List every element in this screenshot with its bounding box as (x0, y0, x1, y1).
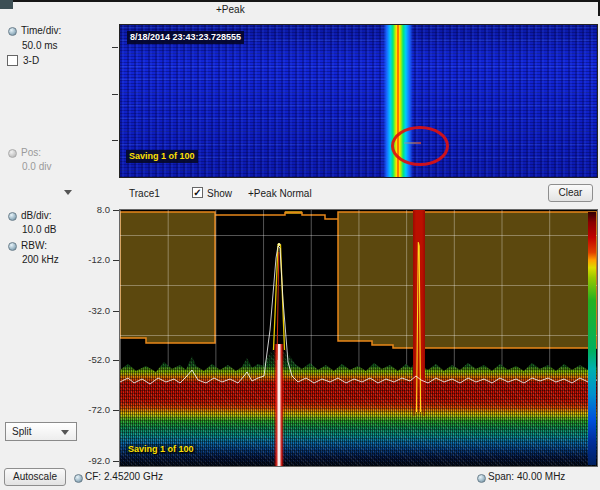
time-div-label[interactable]: Time/div: (21, 25, 61, 37)
pos-value: 0.0 div (22, 161, 51, 173)
db-div-icon (8, 212, 17, 221)
y-axis-label: -92.0 (76, 455, 110, 467)
y-axis-label: -52.0 (76, 354, 110, 366)
y-axis-label: -32.0 (76, 305, 110, 317)
threed-label[interactable]: 3-D (23, 55, 39, 67)
split-view-value: Split (12, 426, 31, 437)
y-axis-label: -12.0 (76, 254, 110, 266)
signal-analyzer-window: +Peak Time/div: 50.0 ms 3-D Pos: 0.0 div… (0, 0, 600, 490)
rbw-icon (8, 242, 17, 251)
cf-value[interactable]: 2.45200 GHz (104, 471, 163, 483)
split-view-dropdown[interactable]: Split (5, 422, 77, 441)
autoscale-button[interactable]: Autoscale (4, 468, 66, 486)
span-label[interactable]: Span: (488, 471, 514, 483)
window-corner-tab (0, 0, 13, 9)
trace-collapse-chevron-icon[interactable] (64, 190, 72, 195)
time-axis-tick (112, 94, 118, 95)
threed-checkbox[interactable] (7, 55, 18, 66)
spectrum-plot[interactable]: Saving 1 of 100 (119, 209, 598, 467)
trace-lines-layer (120, 210, 597, 466)
spectrogram-timestamp: 8/18/2014 23:43:23.728555 (127, 31, 244, 44)
span-icon (477, 474, 486, 483)
trace-detector-title: +Peak (216, 4, 245, 16)
y-axis-label: -72.0 (76, 404, 110, 416)
time-div-icon (8, 27, 17, 36)
db-div-value[interactable]: 10.0 dB (22, 224, 56, 236)
detector-mode-label: +Peak Normal (248, 188, 312, 200)
spectrum-saving-status: Saving 1 of 100 (126, 444, 196, 454)
spectrogram-saving-status: Saving 1 of 100 (126, 150, 198, 163)
dropdown-chevron-icon (61, 430, 69, 435)
pos-label: Pos: (21, 147, 41, 159)
time-axis-tick (112, 140, 118, 141)
y-axis-label: 8.0 (76, 204, 110, 216)
show-label[interactable]: Show (207, 188, 232, 200)
cf-icon (74, 474, 83, 483)
db-div-label[interactable]: dB/div: (21, 210, 52, 222)
window-top-edge (0, 0, 600, 2)
clear-button[interactable]: Clear (548, 184, 593, 202)
cf-label[interactable]: CF: (85, 471, 101, 483)
spectrogram-plot[interactable]: 8/18/2014 23:43:23.728555 Saving 1 of 10… (119, 24, 598, 178)
span-value[interactable]: 40.00 MHz (517, 471, 565, 483)
red-circle-annotation (391, 126, 449, 166)
time-axis-tick (112, 47, 118, 48)
checkmark-icon: ✓ (193, 187, 201, 198)
pos-icon (8, 149, 17, 158)
dpx-density-colorbar (588, 212, 596, 465)
rbw-label[interactable]: RBW: (21, 240, 47, 252)
trace-name[interactable]: Trace1 (129, 188, 160, 200)
rbw-value[interactable]: 200 kHz (22, 254, 59, 266)
show-checkbox[interactable]: ✓ (192, 187, 203, 198)
time-div-value[interactable]: 50.0 ms (22, 40, 58, 52)
